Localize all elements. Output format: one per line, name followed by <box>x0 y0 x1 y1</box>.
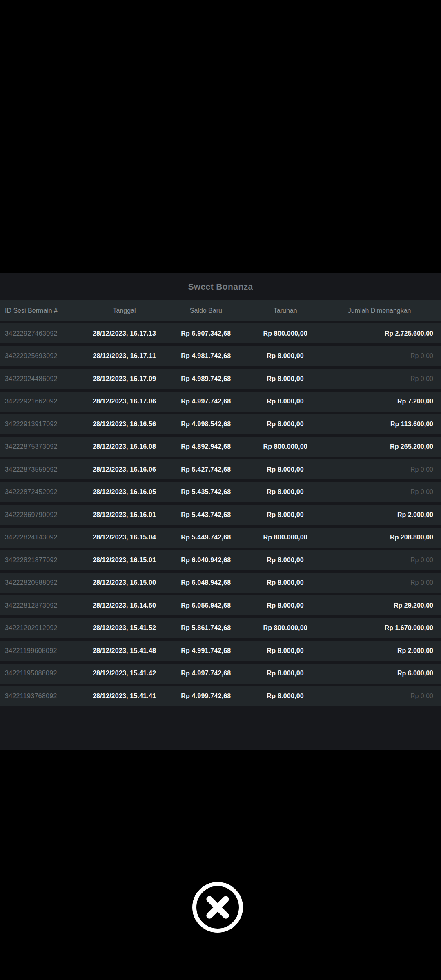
bet-cell: Rp 8.000,00 <box>232 511 338 519</box>
bet-cell: Rp 8.000,00 <box>232 352 338 360</box>
bet-cell: Rp 8.000,00 <box>232 670 338 677</box>
new-balance-cell: Rp 6.056.942,68 <box>180 602 233 609</box>
session-id-cell: 34221195088092 <box>0 670 69 677</box>
session-id-cell: 34222872452092 <box>0 488 69 496</box>
table-row: 3422119508809228/12/2023, 15.41.42Rp 4.9… <box>0 664 441 684</box>
close-button[interactable] <box>192 882 243 933</box>
date-cell: 28/12/2023, 16.16.06 <box>69 466 180 473</box>
bet-cell: Rp 8.000,00 <box>232 647 338 655</box>
bet-cell: Rp 800.000,00 <box>232 624 338 632</box>
amount-won-cell: Rp 0,00 <box>338 693 441 700</box>
amount-won-cell: Rp 6.000,00 <box>338 670 441 677</box>
date-cell: 28/12/2023, 15.41.52 <box>69 624 180 632</box>
new-balance-cell: Rp 4.999.742,68 <box>180 693 233 700</box>
table-row: 3422282187709228/12/2023, 16.15.01Rp 6.0… <box>0 550 441 570</box>
date-cell: 28/12/2023, 16.16.08 <box>69 443 180 450</box>
date-cell: 28/12/2023, 15.41.42 <box>69 670 180 677</box>
session-id-cell: 34222924486092 <box>0 375 69 383</box>
screen: { "modal": { "title": "Sweet Bonanza", "… <box>0 0 441 980</box>
table-row: 3422286979009228/12/2023, 16.16.01Rp 5.4… <box>0 505 441 525</box>
new-balance-cell: Rp 4.997.742,68 <box>180 398 233 405</box>
bet-cell: Rp 800.000,00 <box>232 443 338 450</box>
amount-won-cell: Rp 29.200,00 <box>338 602 441 609</box>
table-row: 3422291391709228/12/2023, 16.16.56Rp 4.9… <box>0 414 441 434</box>
table-row: 3422287355909228/12/2023, 16.16.06Rp 5.4… <box>0 459 441 479</box>
amount-won-cell: Rp 0,00 <box>338 375 441 383</box>
bet-cell: Rp 8.000,00 <box>232 693 338 700</box>
game-history-modal: Sweet Bonanza ID Sesi Bermain # Tanggal … <box>0 273 441 750</box>
session-id-cell: 34221202912092 <box>0 624 69 632</box>
table-row: 3422292746309228/12/2023, 16.17.13Rp 6.9… <box>0 323 441 343</box>
bet-cell: Rp 8.000,00 <box>232 466 338 473</box>
bet-cell: Rp 8.000,00 <box>232 488 338 496</box>
new-balance-cell: Rp 4.981.742,68 <box>180 352 233 360</box>
table-row: 3422287537309228/12/2023, 16.16.08Rp 4.8… <box>0 437 441 457</box>
session-id-cell: 34222927463092 <box>0 330 69 337</box>
date-cell: 28/12/2023, 16.15.00 <box>69 579 180 586</box>
amount-won-cell: Rp 208.800,00 <box>338 534 441 541</box>
game-title: Sweet Bonanza <box>0 273 441 300</box>
bet-cell: Rp 8.000,00 <box>232 375 338 383</box>
amount-won-cell: Rp 2.000,00 <box>338 647 441 655</box>
date-cell: 28/12/2023, 15.41.48 <box>69 647 180 655</box>
amount-won-cell: Rp 265.200,00 <box>338 443 441 450</box>
date-cell: 28/12/2023, 16.17.11 <box>69 352 180 360</box>
table-row: 3422282058809228/12/2023, 16.15.00Rp 6.0… <box>0 573 441 593</box>
amount-won-cell: Rp 7.200,00 <box>338 398 441 405</box>
new-balance-cell: Rp 6.048.942,68 <box>180 579 233 586</box>
amount-won-cell: Rp 0,00 <box>338 579 441 586</box>
session-id-cell: 34222925693092 <box>0 352 69 360</box>
date-cell: 28/12/2023, 15.41.41 <box>69 693 180 700</box>
session-id-cell: 34221199608092 <box>0 647 69 655</box>
column-header-amount-won: Jumlah Dimenangkan <box>338 307 441 314</box>
amount-won-cell: Rp 1.670.000,00 <box>338 624 441 632</box>
date-cell: 28/12/2023, 16.17.13 <box>69 330 180 337</box>
bet-cell: Rp 8.000,00 <box>232 557 338 564</box>
amount-won-cell: Rp 0,00 <box>338 557 441 564</box>
new-balance-cell: Rp 5.861.742,68 <box>180 624 233 632</box>
column-header-session-id: ID Sesi Bermain # <box>0 307 69 314</box>
date-cell: 28/12/2023, 16.17.06 <box>69 398 180 405</box>
new-balance-cell: Rp 5.449.742,68 <box>180 534 233 541</box>
table-row: 3422292448609228/12/2023, 16.17.09Rp 4.9… <box>0 369 441 389</box>
new-balance-cell: Rp 4.998.542,68 <box>180 421 233 428</box>
session-id-cell: 34222820588092 <box>0 579 69 586</box>
amount-won-cell: Rp 113.600,00 <box>338 421 441 428</box>
table-row: 3422282414309228/12/2023, 16.15.04Rp 5.4… <box>0 528 441 548</box>
amount-won-cell: Rp 0,00 <box>338 352 441 360</box>
date-cell: 28/12/2023, 16.15.01 <box>69 557 180 564</box>
new-balance-cell: Rp 6.907.342,68 <box>180 330 233 337</box>
bet-cell: Rp 8.000,00 <box>232 421 338 428</box>
session-history-table: ID Sesi Bermain # Tanggal Saldo Baru Tar… <box>0 300 441 706</box>
session-id-cell: 34222875373092 <box>0 443 69 450</box>
bet-cell: Rp 800.000,00 <box>232 330 338 337</box>
table-row: 3422119376809228/12/2023, 15.41.41Rp 4.9… <box>0 686 441 706</box>
date-cell: 28/12/2023, 16.16.05 <box>69 488 180 496</box>
amount-won-cell: Rp 0,00 <box>338 466 441 473</box>
date-cell: 28/12/2023, 16.16.56 <box>69 421 180 428</box>
amount-won-cell: Rp 0,00 <box>338 488 441 496</box>
table-row: 3422119960809228/12/2023, 15.41.48Rp 4.9… <box>0 641 441 661</box>
new-balance-cell: Rp 5.427.742,68 <box>180 466 233 473</box>
session-id-cell: 34222873559092 <box>0 466 69 473</box>
session-id-cell: 34222812873092 <box>0 602 69 609</box>
date-cell: 28/12/2023, 16.14.50 <box>69 602 180 609</box>
bet-cell: Rp 800.000,00 <box>232 534 338 541</box>
new-balance-cell: Rp 5.443.742,68 <box>180 511 233 519</box>
new-balance-cell: Rp 4.991.742,68 <box>180 647 233 655</box>
amount-won-cell: Rp 2.725.600,00 <box>338 330 441 337</box>
column-header-date: Tanggal <box>69 307 180 314</box>
new-balance-cell: Rp 5.435.742,68 <box>180 488 233 496</box>
new-balance-cell: Rp 4.997.742,68 <box>180 670 233 677</box>
session-id-cell: 34221193768092 <box>0 693 69 700</box>
table-header-row: ID Sesi Bermain # Tanggal Saldo Baru Tar… <box>0 300 441 321</box>
table-row: 3422292569309228/12/2023, 16.17.11Rp 4.9… <box>0 346 441 366</box>
table-row: 3422281287309228/12/2023, 16.14.50Rp 6.0… <box>0 595 441 615</box>
new-balance-cell: Rp 6.040.942,68 <box>180 557 233 564</box>
bet-cell: Rp 8.000,00 <box>232 602 338 609</box>
column-header-new-balance: Saldo Baru <box>180 307 233 314</box>
table-row: 3422292166209228/12/2023, 16.17.06Rp 4.9… <box>0 392 441 412</box>
new-balance-cell: Rp 4.989.742,68 <box>180 375 233 383</box>
close-icon <box>204 894 231 921</box>
date-cell: 28/12/2023, 16.15.04 <box>69 534 180 541</box>
